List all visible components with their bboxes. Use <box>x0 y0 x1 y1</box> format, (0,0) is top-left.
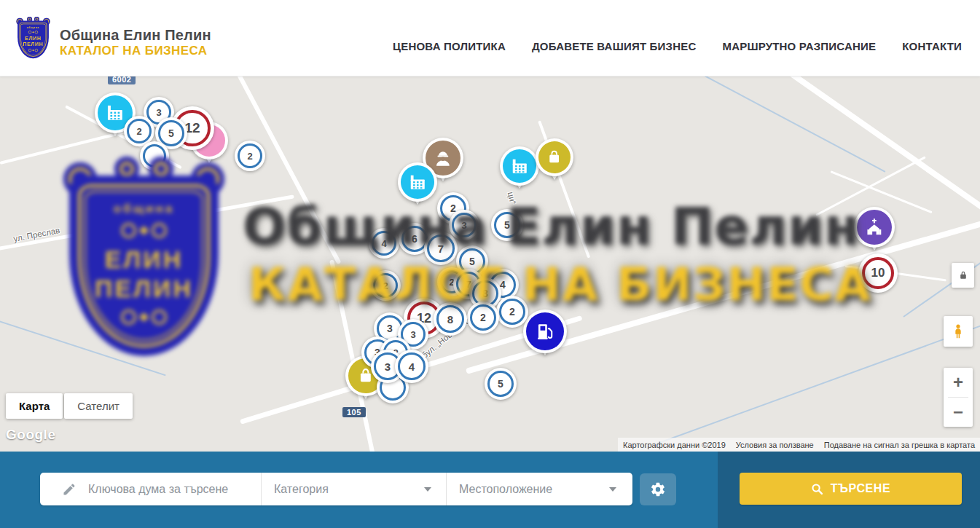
map-pin-factory[interactable] <box>502 149 537 184</box>
map-cluster-marker[interactable]: 7 <box>424 232 458 265</box>
map-attribution: Картографски данни ©2019 Условия за полз… <box>618 438 980 452</box>
crest-name-line1: ЕЛИН <box>23 35 43 41</box>
nav-item-contacts[interactable]: КОНТАКТИ <box>902 40 962 52</box>
map-type-map-button[interactable]: Карта <box>6 393 63 419</box>
map-cluster-marker[interactable] <box>140 141 169 170</box>
map-pin-factory[interactable] <box>400 165 435 200</box>
attribution-report-link[interactable]: Подаване на сигнал за грешка в картата <box>819 441 980 449</box>
map-cluster-marker[interactable]: 2 <box>235 141 265 171</box>
location-select[interactable]: Местоположение <box>447 473 631 505</box>
street-view-pegman-button[interactable] <box>944 316 973 347</box>
category-select[interactable]: Категория <box>262 473 446 505</box>
google-map[interactable]: ул. Преслав бул. „Новоселци“ ци“ 6002 10… <box>0 76 980 452</box>
map-cluster-marker[interactable]: 2 <box>467 302 499 334</box>
nav-item-add-business[interactable]: ДОБАВЕТЕ ВАШИЯТ БИЗНЕС <box>532 40 696 52</box>
attribution-terms-link[interactable]: Условия за ползване <box>731 441 819 449</box>
search-fields: Категория Местоположение <box>40 473 632 505</box>
chevron-down-icon <box>424 487 431 492</box>
site-title: Община Елин Пелин <box>60 28 211 43</box>
logo-text: Община Елин Пелин КАТАЛОГ НА БИЗНЕСА <box>60 17 211 59</box>
nav-item-pricing[interactable]: ЦЕНОВА ПОЛИТИКА <box>393 40 506 52</box>
google-logo[interactable]: Google <box>6 427 55 443</box>
map-pin-fuel[interactable] <box>525 312 565 351</box>
map-lock-button[interactable] <box>952 263 974 288</box>
pencil-icon <box>62 482 77 497</box>
map-cluster-marker[interactable]: 10 <box>858 253 898 293</box>
search-button-label: ТЪРСЕНЕ <box>831 482 891 495</box>
site-subtitle: КАТАЛОГ НА БИЗНЕСА <box>60 44 211 58</box>
map-cluster-marker[interactable]: 5 <box>485 368 517 400</box>
chevron-down-icon <box>609 487 616 492</box>
map-cluster-marker[interactable]: 4 <box>395 350 428 383</box>
lock-icon <box>958 270 968 280</box>
zoom-out-button[interactable]: − <box>944 398 973 427</box>
site-logo[interactable]: община ЕЛИН ПЕЛИН Община Е <box>16 17 211 59</box>
map-pin-church[interactable] <box>856 209 893 245</box>
pegman-icon <box>950 322 966 341</box>
page: ул. Преслав бул. „Новоселци“ ци“ 6002 10… <box>0 0 980 528</box>
map-cluster-marker[interactable]: 4 <box>369 228 399 259</box>
crest-top-text: община <box>27 26 39 29</box>
map-cluster-marker[interactable]: 2 <box>496 296 528 328</box>
advanced-search-button[interactable] <box>640 473 676 505</box>
map-cluster-marker[interactable]: 8 <box>434 302 467 336</box>
map-cluster-marker[interactable]: 2 <box>370 270 401 301</box>
logo-crest: община ЕЛИН ПЕЛИН <box>16 17 50 59</box>
search-button[interactable]: ТЪРСЕНЕ <box>740 473 962 505</box>
zoom-control: + − <box>944 368 973 427</box>
nav-item-route-schedule[interactable]: МАРШРУТНО РАЗПИСАНИЕ <box>722 40 876 52</box>
main-nav: ЦЕНОВА ПОЛИТИКА ДОБАВЕТЕ ВАШИЯТ БИЗНЕС М… <box>393 0 962 76</box>
location-select-value: Местоположение <box>459 483 552 496</box>
map-cluster-marker[interactable]: 5 <box>491 209 523 241</box>
keyword-field[interactable] <box>40 473 261 505</box>
map-markers: 32125223546752724822128333834510 <box>0 76 980 452</box>
gear-icon <box>650 481 666 497</box>
search-bar: Категория Местоположение ТЪРСЕНЕ <box>0 452 980 528</box>
search-input[interactable] <box>87 482 261 497</box>
map-type-control: Карта Сателит <box>6 393 133 419</box>
crest-name-line2: ПЕЛИН <box>23 42 43 47</box>
attribution-copyright: Картографски данни ©2019 <box>618 441 731 449</box>
map-cluster-marker[interactable]: 3 <box>449 210 479 240</box>
search-icon <box>811 483 823 495</box>
category-select-value: Категория <box>274 483 329 496</box>
header: община ЕЛИН ПЕЛИН Община Е <box>0 0 980 76</box>
map-pin-bag[interactable] <box>538 141 571 174</box>
map-type-satellite-button[interactable]: Сателит <box>64 393 133 419</box>
zoom-in-button[interactable]: + <box>944 368 973 397</box>
